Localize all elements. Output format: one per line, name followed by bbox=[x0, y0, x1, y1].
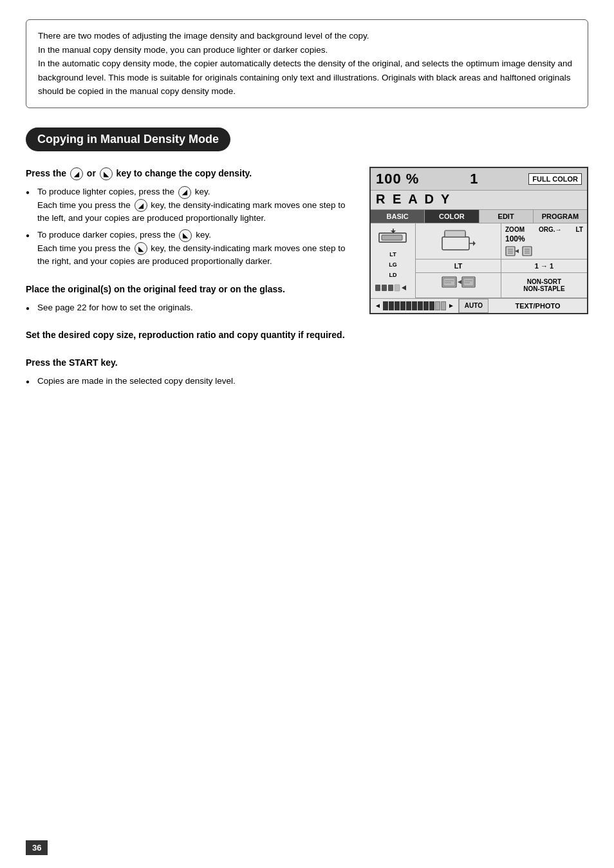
svg-rect-5 bbox=[382, 285, 387, 291]
svg-rect-1 bbox=[382, 235, 402, 240]
step-1-bullet-1: To produce lighter copies, press the ◢ k… bbox=[26, 185, 350, 225]
aps-label: LT bbox=[576, 226, 583, 233]
step-2-bullets: See page 22 for how to set the originals… bbox=[26, 301, 350, 314]
slider-block-4 bbox=[400, 301, 405, 310]
copier-panel-container: 100 % 1 FULL COLOR R E A D Y BASIC COLOR… bbox=[369, 167, 588, 314]
density-bar-icon bbox=[375, 283, 407, 293]
zoom-value: 100% bbox=[505, 234, 583, 243]
info-text: There are two modes of adjusting the ima… bbox=[38, 31, 572, 96]
paper-feeder-svg bbox=[441, 229, 476, 252]
slider-block-7 bbox=[418, 301, 423, 310]
sort-area: NON-SORT NON-STAPLE bbox=[501, 273, 587, 298]
step-2: Place the original(s) on the original fe… bbox=[26, 283, 350, 314]
step-2-heading: Place the original(s) on the original fe… bbox=[26, 283, 350, 296]
content-area: Press the ◢ or ◣ key to change the copy … bbox=[26, 167, 588, 402]
nav-btn-program[interactable]: PROGRAM bbox=[534, 210, 587, 223]
svg-rect-12 bbox=[445, 231, 465, 237]
lt-center: LT bbox=[416, 259, 501, 273]
duplex-left-icon bbox=[505, 246, 519, 256]
panel-nav-row: BASIC COLOR EDIT PROGRAM bbox=[371, 210, 587, 223]
step-1-bullet-2: To produce darker copies, press the ◣ ke… bbox=[26, 229, 350, 268]
panel-percentage: 100 % bbox=[376, 171, 419, 187]
lighter-key-icon[interactable]: ◢ bbox=[70, 167, 83, 180]
svg-marker-19 bbox=[515, 249, 519, 253]
lighter-key-inline2[interactable]: ◢ bbox=[135, 199, 147, 212]
svg-rect-7 bbox=[395, 285, 400, 291]
panel-bottom-row: ◄ ► AUTO bbox=[371, 298, 587, 313]
auto-button[interactable]: AUTO bbox=[459, 299, 488, 313]
slider-block-2 bbox=[389, 301, 394, 310]
step-3-heading: Set the desired copy size, reproduction … bbox=[26, 328, 350, 342]
step-1: Press the ◢ or ◣ key to change the copy … bbox=[26, 167, 350, 269]
zoom-area: ZOOM ORG.→ LT 100% bbox=[501, 223, 587, 259]
left-column: Press the ◢ or ◣ key to change the copy … bbox=[26, 167, 350, 402]
info-box: There are two modes of adjusting the ima… bbox=[26, 19, 588, 108]
density-lt-label: LT bbox=[375, 251, 411, 258]
zoom-label: ZOOM bbox=[505, 226, 525, 233]
panel-full-color: FULL COLOR bbox=[528, 173, 582, 185]
slider-blocks bbox=[383, 301, 446, 310]
slider-left-arrow[interactable]: ◄ bbox=[375, 302, 381, 309]
panel-top-bar: 100 % 1 FULL COLOR bbox=[371, 168, 587, 191]
step-4-heading: Press the START key. bbox=[26, 356, 350, 370]
page-number: 36 bbox=[26, 840, 48, 855]
document-icon-area bbox=[375, 227, 411, 247]
darker-key-inline2[interactable]: ◣ bbox=[135, 242, 147, 255]
slider-block-9 bbox=[429, 301, 434, 310]
density-ld-label: LD bbox=[375, 272, 411, 278]
slider-block-1 bbox=[383, 301, 388, 310]
density-lg-label: LG bbox=[375, 261, 411, 268]
panel-ready: R E A D Y bbox=[371, 191, 587, 210]
nav-btn-edit[interactable]: EDIT bbox=[479, 210, 534, 223]
nav-btn-basic[interactable]: BASIC bbox=[371, 210, 425, 223]
density-slider: ◄ ► bbox=[371, 299, 459, 313]
non-sort-label: NON-SORT bbox=[527, 278, 561, 285]
panel-main-grid: LT LG LD bbox=[371, 223, 587, 298]
document-feeder-icon bbox=[378, 227, 409, 245]
slider-block-8 bbox=[423, 301, 429, 310]
step-4: Press the START key. Copies are made in … bbox=[26, 356, 350, 388]
slider-block-10 bbox=[435, 301, 440, 310]
density-column: LT LG LD bbox=[371, 223, 416, 298]
text-photo-area: TEXT/PHOTO bbox=[488, 299, 587, 313]
slider-block-5 bbox=[406, 301, 411, 310]
svg-marker-8 bbox=[402, 285, 406, 290]
paper-size-area bbox=[416, 273, 501, 298]
svg-marker-14 bbox=[473, 241, 476, 246]
step-2-bullet-1: See page 22 for how to set the originals… bbox=[26, 301, 350, 314]
paper-tray-icon bbox=[441, 276, 476, 295]
duplex-right-icon bbox=[522, 246, 536, 256]
density-bar-area bbox=[375, 283, 411, 293]
lighter-key-inline[interactable]: ◢ bbox=[178, 186, 191, 199]
duplex-icon-area bbox=[505, 246, 583, 256]
svg-rect-6 bbox=[388, 285, 393, 291]
darker-key-inline[interactable]: ◣ bbox=[179, 229, 192, 242]
zoom-row: ZOOM ORG.→ LT bbox=[505, 226, 583, 233]
copier-panel: 100 % 1 FULL COLOR R E A D Y BASIC COLOR… bbox=[369, 167, 588, 314]
non-staple-label: NON-STAPLE bbox=[523, 285, 564, 292]
org-label: ORG.→ bbox=[539, 226, 562, 233]
step-1-heading: Press the ◢ or ◣ key to change the copy … bbox=[26, 167, 350, 180]
copy-direction: 1 → 1 bbox=[501, 259, 587, 273]
step-3: Set the desired copy size, reproduction … bbox=[26, 328, 350, 342]
svg-marker-28 bbox=[458, 280, 461, 284]
slider-block-3 bbox=[395, 301, 400, 310]
slider-block-6 bbox=[412, 301, 417, 310]
section-header: Copying in Manual Density Mode bbox=[26, 127, 230, 151]
svg-rect-25 bbox=[443, 278, 455, 286]
slider-right-arrow[interactable]: ► bbox=[448, 302, 454, 309]
panel-copy-count: 1 bbox=[470, 171, 478, 187]
step-4-bullet-1: Copies are made in the selected copy den… bbox=[26, 375, 350, 388]
nav-btn-color[interactable]: COLOR bbox=[425, 210, 479, 223]
step-4-bullets: Copies are made in the selected copy den… bbox=[26, 375, 350, 388]
darker-key-icon[interactable]: ◣ bbox=[100, 167, 113, 180]
slider-block-11 bbox=[441, 301, 446, 310]
step-1-bullets: To produce lighter copies, press the ◢ k… bbox=[26, 185, 350, 268]
svg-rect-30 bbox=[463, 278, 474, 286]
svg-rect-4 bbox=[375, 285, 380, 291]
svg-rect-9 bbox=[442, 237, 469, 250]
feeder-icon-area bbox=[416, 223, 501, 259]
